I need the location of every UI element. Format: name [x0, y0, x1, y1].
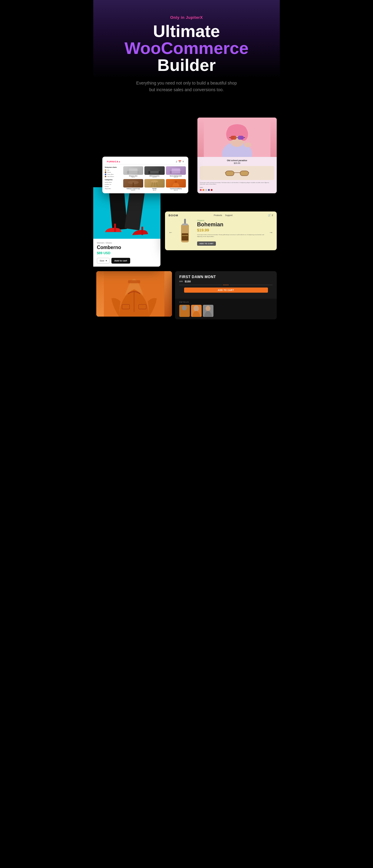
hero-section: Only in JupiterX Ultimate WooCommerce Bu… [93, 0, 280, 112]
sidebar-category-title: Suleyman chairs [105, 166, 122, 168]
woman-model-image [197, 118, 277, 157]
furniture-product-6[interactable]: Cuysmion footalilnaing $285.99 [166, 179, 186, 191]
product-img-sofa-dark [144, 166, 164, 175]
divider-accent [223, 285, 229, 285]
svg-rect-32 [226, 171, 234, 176]
pink-product-price: $29.99 [200, 162, 274, 164]
furniture-logo: FURNICA● [107, 161, 121, 163]
product-price-2: $102.59 [144, 177, 164, 178]
cart-count-badge: 2 [176, 160, 177, 163]
details-label: DETAILS [179, 301, 272, 303]
dropper-bottle-image: DROPPER [176, 220, 194, 245]
furniture-store-card: FURNICA● 2 📅 ≡ Suleyman chairs Oak [102, 157, 188, 193]
jacket-product-card [96, 271, 172, 317]
cat-quicklook: quicklooktest [105, 182, 122, 183]
svg-rect-3 [137, 171, 139, 174]
product-img-sofa-gray [123, 166, 143, 175]
boom-product-name: Bohemian [197, 222, 266, 227]
svg-rect-18 [175, 181, 177, 183]
svg-rect-7 [159, 171, 161, 174]
color-item-walnut: Walnut [105, 172, 122, 173]
size-selector[interactable]: Size ▾ [97, 258, 110, 264]
svg-rect-42 [184, 219, 186, 224]
nav-support[interactable]: Support [225, 214, 233, 216]
hero-title-line2: WooCommerce [102, 40, 271, 57]
svg-point-14 [151, 180, 158, 183]
svg-rect-11 [180, 171, 182, 174]
boom-navigation: Products Support [214, 214, 233, 216]
add-to-cart-button[interactable]: Add to cart [111, 258, 130, 264]
product-price-4: $200.00 [123, 190, 143, 191]
shoes-product-info: Women / Shoes Comberno $89 USD Size ▾ Ad… [93, 239, 161, 267]
svg-line-16 [156, 182, 158, 187]
shoes-product-name: Comberno [97, 245, 157, 250]
furniture-product-1[interactable]: Suleyman chairs $83.99 [123, 166, 143, 178]
svg-rect-27 [238, 136, 244, 140]
boom-product-tag: Organic [197, 219, 266, 221]
product-img-chair-orange [166, 179, 186, 188]
product-price-3: $200.99 [166, 177, 186, 178]
color-label-oakboom: Oak & Boom [107, 176, 114, 177]
furniture-inner: FURNICA● 2 📅 ≡ Suleyman chairs Oak [102, 157, 188, 193]
boom-product-description: Lorem ipsum dolor sit amet consectetur. … [197, 234, 266, 238]
svg-rect-5 [150, 168, 159, 171]
boom-add-to-cart-button[interactable]: ADD TO CART [197, 242, 216, 246]
svg-rect-41 [141, 227, 143, 235]
color-label-oceanblue: Ocean Blue [107, 174, 113, 175]
dark-add-to-cart-button[interactable]: ADD TO CART [184, 287, 268, 293]
carousel-prev-arrow[interactable]: ← [169, 230, 173, 235]
hero-badge: Only in JupiterX [102, 15, 271, 20]
furniture-header: FURNICA● 2 📅 ≡ [105, 159, 186, 164]
cat-beltraje: beltraje [105, 186, 122, 187]
color-dot-oak [105, 169, 106, 171]
svg-line-15 [151, 182, 152, 187]
color-item-oceanblue: Ocean Blue [105, 174, 122, 175]
furniture-content: Suleyman chairs Oak Walnut Ocean Blue [105, 166, 186, 191]
divider-1 [179, 285, 222, 285]
dark-details-section: DETAILS [175, 299, 277, 319]
hero-title-line3: Builder [102, 57, 271, 73]
dark-dividers [179, 285, 272, 285]
svg-rect-13 [133, 182, 134, 187]
shoes-breadcrumb: Women / Shoes [97, 242, 157, 244]
dark-new-price: $150 [185, 280, 191, 283]
person-image-3 [203, 305, 213, 317]
carousel-next-arrow[interactable]: → [269, 230, 273, 235]
furniture-product-4[interactable]: Nottlingsis Coopotiloringa $200.00 [123, 179, 143, 191]
svg-rect-40 [114, 224, 116, 232]
furniture-product-2[interactable]: Alfalfa furnopchairs $102.59 [144, 166, 164, 178]
svg-rect-30 [244, 137, 245, 138]
product-img-stool [144, 179, 164, 188]
categories-title: Categories [105, 179, 122, 181]
svg-rect-48 [134, 291, 135, 312]
hero-subtitle: Everything you need not only to build a … [135, 80, 238, 93]
screenshots-section: FURNICA● 2 📅 ≡ Suleyman chairs Oak [93, 112, 280, 319]
calendar-icon: 📅 [178, 160, 181, 163]
shoes-visual [93, 187, 161, 239]
svg-rect-46 [182, 224, 188, 225]
color-item-oakboom: Oak & Boom [105, 176, 122, 177]
furniture-product-3[interactable]: Assimontika Opentalalk $200.99 [166, 166, 186, 178]
nav-products[interactable]: Products [214, 214, 222, 216]
color-dot-walnut [105, 172, 106, 173]
furniture-nav-icons: 2 📅 ≡ [176, 160, 184, 163]
product-price-1: $83.99 [123, 177, 143, 178]
cat-okjopodeto: Okjopodeto [105, 188, 122, 189]
svg-point-55 [194, 305, 199, 311]
menu-icon: ≡ [182, 160, 184, 163]
bohemian-product-card: BOOM Products Support 🛒 2 ← [165, 212, 277, 250]
svg-rect-2 [127, 171, 129, 174]
svg-rect-44 [182, 233, 188, 241]
svg-rect-51 [128, 280, 140, 283]
divider-2 [230, 285, 272, 285]
color-dot-oakboom [105, 176, 106, 177]
color-item-oak: Oak [105, 169, 122, 171]
pink-product-name: Old school paradise [200, 159, 274, 161]
furniture-product-5[interactable]: Nah Nah $80.99 [144, 179, 164, 191]
color-label-oak: Oak [107, 169, 109, 171]
furniture-sidebar: Suleyman chairs Oak Walnut Ocean Blue [105, 166, 122, 191]
person-image-2 [191, 305, 202, 317]
pink-product-desc: Lorem ipsum dolor sit amet consectetur. … [200, 182, 274, 185]
boom-cart[interactable]: 🛒 2 [268, 214, 273, 217]
svg-point-57 [206, 306, 210, 311]
